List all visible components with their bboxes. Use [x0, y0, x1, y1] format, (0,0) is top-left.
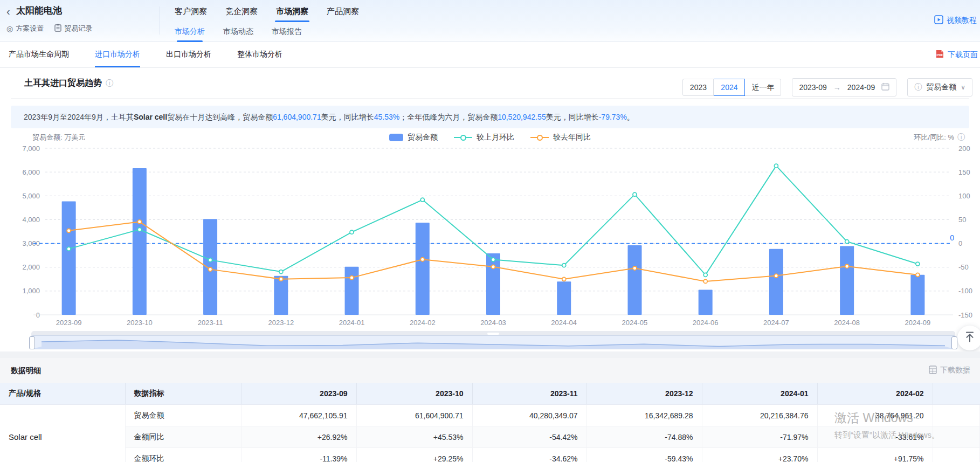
point-较去年同比-2024-05 [633, 266, 637, 270]
download-page-button[interactable]: PDF 下载页面 [935, 42, 978, 67]
zero-markline-label: 0 [950, 233, 954, 242]
year-button-2023[interactable]: 2023 [682, 79, 714, 96]
point-较去年同比-2024-02 [420, 258, 424, 261]
column-header-2024-02: 2024-02 [817, 383, 933, 405]
column-header-2023-09: 2023-09 [241, 383, 356, 405]
metric-label: 金额同比 [125, 426, 241, 448]
date-range-start[interactable]: 2023-09 [799, 83, 826, 92]
point-较上月环比-2024-02 [420, 198, 424, 202]
summary-fragment: 10,520,942.55 [498, 113, 546, 121]
info-icon[interactable]: ⓘ [106, 79, 113, 88]
nav-item-3[interactable]: 整体市场分析 [237, 42, 282, 67]
left-axis-tick: 4,000 [22, 216, 40, 224]
datazoom-band[interactable] [31, 335, 955, 349]
back-to-top-button[interactable] [957, 326, 980, 350]
insight-tabs: 客户洞察竞企洞察市场洞察产品洞察 [174, 3, 360, 23]
column-header-2024-01: 2024-01 [702, 383, 817, 405]
point-较去年同比-2024-08 [845, 264, 849, 268]
table-row-金额环比: 金额环比-11.39%+29.25%-34.62%-59.43%+23.70%+… [0, 448, 980, 462]
sub-tab-0[interactable]: 市场分析 [174, 25, 206, 42]
value-cell: +23.70% [702, 448, 817, 462]
column-header-2023-12: 2023-12 [586, 383, 702, 405]
x-axis-label: 2024-06 [693, 319, 719, 327]
subheader: ◎ 方案设置 贸易记录 [6, 24, 92, 33]
point-较上月环比-2024-08 [845, 240, 849, 244]
nav-item-0[interactable]: 产品市场生命周期 [9, 42, 69, 67]
metric-label: 贸易金额 [125, 405, 241, 426]
trend-chart: 7,0002006,0001505,0001004,000503,00002,0… [0, 129, 980, 330]
x-axis-label: 2024-02 [410, 319, 436, 327]
value-cell: +26.92% [241, 426, 356, 448]
metric-info-icon: ⓘ [914, 82, 922, 92]
x-axis-label: 2023-09 [56, 319, 82, 327]
sub-tab-2[interactable]: 市场报告 [271, 25, 303, 42]
nav-item-2[interactable]: 出口市场分析 [166, 42, 211, 67]
date-range-end[interactable]: 2024-09 [847, 83, 875, 92]
year-button-近一年[interactable]: 近一年 [745, 79, 781, 96]
x-axis-label: 2024-04 [551, 319, 577, 327]
value-cell: -54.42% [472, 426, 586, 448]
column-header-2023-10: 2023-10 [356, 383, 472, 405]
x-axis-label: 2023-10 [127, 319, 153, 327]
sub-tab-1[interactable]: 市场动态 [222, 25, 254, 42]
video-tutorial-button[interactable]: 视频教程 [934, 15, 977, 26]
trade-records-label: 贸易记录 [64, 24, 92, 33]
data-detail-table: 产品/规格数据指标2023-092023-102023-112023-12202… [0, 383, 980, 462]
top-tab-2[interactable]: 市场洞察 [275, 3, 309, 23]
left-axis-tick: 7,000 [22, 144, 40, 153]
date-range-picker[interactable]: 2023-09 → 2024-09 [792, 78, 896, 96]
value-cell: -59.43% [586, 448, 702, 462]
metric-select[interactable]: ⓘ 贸易金额 ∨ [907, 78, 972, 96]
value-cell: -11.39% [241, 448, 356, 462]
year-button-2024[interactable]: 2024 [714, 79, 745, 96]
point-较去年同比-2024-04 [562, 277, 566, 281]
summary-fragment: Solar cell [134, 113, 167, 121]
datazoom-left-handle[interactable] [29, 336, 35, 349]
download-data-button[interactable]: 下载数据 [929, 358, 970, 383]
clipboard-icon [54, 24, 61, 33]
summary-fragment: 45.53% [374, 113, 399, 121]
point-较上月环比-2023-11 [209, 258, 212, 262]
right-axis-tick: 200 [958, 144, 970, 153]
value-cell: -33.61% [817, 426, 933, 448]
x-axis-label: 2023-12 [268, 319, 294, 327]
blank-cell [933, 405, 980, 426]
bar-2024-04 [557, 281, 571, 315]
point-较上月环比-2024-07 [774, 164, 778, 168]
right-axis-tick: 150 [958, 168, 970, 176]
data-detail-title: 数据明细 [11, 358, 41, 383]
left-axis-tick: 6,000 [22, 168, 40, 176]
blank-cell [933, 448, 980, 462]
blank-cell [933, 426, 980, 448]
left-axis-tick: 5,000 [22, 192, 40, 200]
nav-item-1[interactable]: 进口市场分析 [95, 42, 140, 67]
point-较上月环比-2023-09 [67, 247, 71, 251]
top-tab-1[interactable]: 竞企洞察 [224, 3, 259, 23]
bar-2024-02 [416, 223, 430, 315]
scheme-settings-button[interactable]: ◎ 方案设置 [6, 24, 44, 33]
right-axis-tick: -100 [958, 287, 972, 295]
header-divider [160, 6, 160, 35]
right-axis-tick: 100 [958, 192, 970, 200]
video-tutorial-label: 视频教程 [947, 16, 977, 25]
right-axis-tick: -150 [958, 311, 972, 319]
metric-label: 金额环比 [125, 448, 241, 462]
table-header-row: 产品/规格数据指标2023-092023-102023-112023-12202… [0, 383, 980, 405]
trade-records-button[interactable]: 贸易记录 [54, 24, 92, 33]
x-axis-label: 2024-07 [763, 319, 789, 327]
panel-divider [11, 98, 969, 99]
point-较上月环比-2024-03 [492, 258, 495, 261]
point-较去年同比-2023-10 [137, 220, 141, 224]
data-detail-header: 数据明细 下载数据 [0, 358, 980, 383]
page-title: 太阳能电池 [16, 4, 62, 17]
top-tab-3[interactable]: 产品洞察 [326, 3, 360, 23]
datazoom-right-handle[interactable] [951, 336, 957, 349]
top-tab-0[interactable]: 客户洞察 [174, 3, 208, 23]
bar-2024-03 [486, 253, 500, 315]
point-较去年同比-2023-09 [67, 229, 71, 232]
page: ‹ 太阳能电池 ◎ 方案设置 贸易记录 客户洞察竞企洞察市场洞察产品洞察 市场分… [0, 0, 980, 462]
bar-2023-10 [133, 168, 147, 315]
datazoom-slider[interactable] [31, 330, 955, 349]
back-icon[interactable]: ‹ [6, 5, 10, 17]
summary-fragment: -79.73% [599, 113, 627, 121]
